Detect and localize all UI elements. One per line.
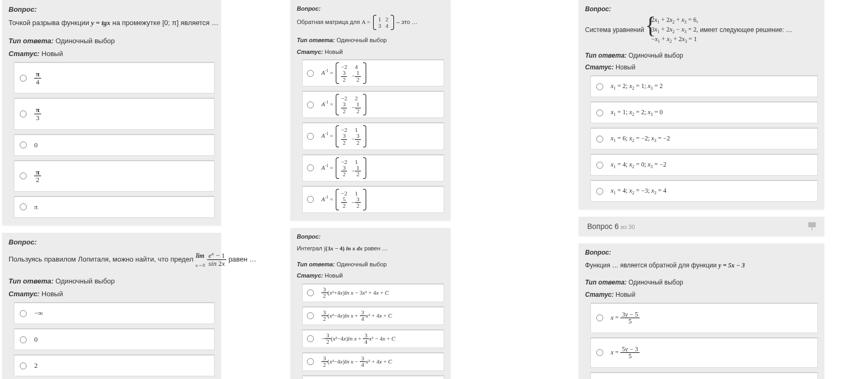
option[interactable]: 0 (14, 328, 215, 350)
option-radio[interactable] (596, 162, 603, 169)
option-body: −∞ (34, 309, 43, 318)
option-radio[interactable] (596, 349, 603, 356)
option-radio[interactable] (307, 133, 314, 140)
question-card: Вопрос: Точкой разрыва функции y = tgx н… (2, 0, 221, 225)
option[interactable]: A-1 = −2132−32 (302, 122, 444, 149)
option[interactable]: A-1 = −2232−12 (302, 91, 444, 118)
option-body: −32(x²−4x)ln x + 34x² − 4x + C (321, 333, 396, 345)
meta-value: Новый (325, 49, 343, 55)
option[interactable]: x1 = 6; x2 = −2; x3 = −2 (590, 128, 818, 149)
meta-answer-type: Тип ответа: Одиночный выбор (585, 278, 818, 287)
option[interactable]: x = 5y − 35 (590, 337, 818, 368)
option[interactable]: 0 (14, 134, 215, 156)
option[interactable]: −32(x²−4x)ln x + 34x² − 4x + C (302, 329, 444, 348)
option-radio[interactable] (596, 314, 603, 321)
option[interactable]: 32(x²−4x)ln x + 34x² + 4x + C (302, 306, 444, 325)
option-body: 32(x²−4x)ln x + 34x² + 4x + C (321, 310, 392, 322)
meta-label: Тип ответа: (9, 37, 53, 45)
question-card: Вопрос: Интеграл ∫(3x − 4) ln x dx равен… (290, 228, 451, 379)
meta-status: Статус: Новый (9, 289, 215, 299)
meta-label: Тип ответа: (9, 277, 53, 285)
option-radio[interactable] (307, 289, 314, 296)
option-body: A-1 = −2132−32 (321, 125, 367, 147)
option-radio[interactable] (20, 141, 27, 148)
question-text: Точкой разрыва функции y = tgx на промеж… (9, 17, 215, 30)
option-radio[interactable] (20, 310, 27, 317)
option-radio[interactable] (307, 358, 314, 365)
option-radio[interactable] (596, 188, 603, 195)
flag-icon[interactable] (808, 222, 816, 231)
option-body: 0 (34, 335, 38, 344)
meta-answer-type: Тип ответа: Одиночный выбор (9, 36, 215, 46)
meta-value: Новый (616, 64, 635, 71)
option[interactable]: 32(x²+4x)ln x − 3x² + 4x + C (302, 283, 444, 302)
option-radio[interactable] (307, 164, 314, 171)
option[interactable]: π2 (14, 160, 215, 192)
meta-status: Статус: Новый (585, 63, 818, 72)
matrix: −2432−12 (336, 62, 366, 84)
option-body: π4 (34, 70, 41, 85)
formula-frac: ex − 1 sin 2x (207, 251, 227, 267)
option-radio[interactable] (20, 75, 27, 82)
option-body: A-1 = −2432−12 (321, 62, 367, 84)
formula: ∫(3x − 4) ln x dx (324, 245, 363, 251)
option-radio[interactable] (307, 70, 314, 77)
option[interactable]: A-1 = −2152−32 (302, 186, 444, 213)
option[interactable]: x = 3y + 55 (590, 372, 818, 379)
option-radio[interactable] (20, 203, 27, 210)
option-radio[interactable] (307, 101, 314, 108)
option-body: 0 (34, 141, 38, 149)
option-radio[interactable] (596, 136, 603, 143)
question-pre: Пользуясь правилом Лопиталя, можно найти… (9, 255, 195, 263)
option[interactable]: A-1 = −2432−12 (302, 59, 444, 86)
question-label: Вопрос: (9, 5, 215, 13)
option-radio[interactable] (20, 110, 27, 117)
meta-status: Статус: Новый (9, 49, 215, 59)
option[interactable]: x1 = 1; x2 = 2; x3 = 0 (590, 101, 818, 123)
option[interactable]: x = 3y − 55 (590, 303, 818, 333)
formula: y = 5x − 3 (719, 262, 745, 269)
question-text: Система уравнений 2x1 + 2x2 + x3 = 6, 3x… (585, 16, 818, 45)
option-radio[interactable] (307, 312, 314, 319)
option[interactable]: −∞ (14, 302, 215, 324)
option-body: x = 5y − 35 (611, 346, 640, 360)
option[interactable]: π3 (14, 98, 215, 129)
question-label: Вопрос: (9, 238, 215, 246)
option-radio[interactable] (20, 362, 27, 369)
option[interactable]: π (14, 196, 215, 218)
meta-value: Одиночный выбор (628, 279, 683, 286)
meta-value: Одиночный выбор (628, 52, 683, 59)
question-text: Пользуясь правилом Лопиталя, можно найти… (9, 249, 215, 270)
option-radio[interactable] (20, 336, 27, 343)
option[interactable]: 32(x²−4x)ln x − 34x² + 4x + C (302, 352, 444, 371)
matrix: −2132−12 (336, 157, 366, 179)
option[interactable]: x1 = 4; x2 = 0; x3 = −2 (590, 154, 818, 176)
option[interactable]: x1 = 4; x2 = −3; x3 = 4 (590, 180, 818, 202)
option-radio[interactable] (596, 83, 603, 90)
option[interactable]: A-1 = −2132−12 (302, 154, 444, 181)
option-body: π (34, 203, 38, 211)
option-radio[interactable] (596, 109, 603, 116)
option-radio[interactable] (307, 335, 314, 342)
matrix: −2152−32 (336, 189, 366, 210)
option-radio[interactable] (307, 196, 314, 203)
question-pre: Функция … является обратной для функции (585, 262, 719, 269)
system-brace: 2x1 + 2x2 + x3 = 6, 3x1 + 2x2 − x3 = 2, … (646, 16, 698, 45)
question-card: Вопрос: Пользуясь правилом Лопиталя, мож… (2, 233, 221, 379)
option-body: π2 (34, 169, 41, 184)
question-post: на промежутке [0; π] является … (112, 19, 218, 27)
meta-label: Тип ответа: (297, 37, 335, 43)
question-text: Функция … является обратной для функции … (585, 259, 818, 272)
question-card: Вопрос: Система уравнений 2x1 + 2x2 + x3… (579, 0, 824, 209)
meta-label: Тип ответа: (585, 52, 627, 59)
option[interactable]: 32(x²−4x)ln x − 34x² − 4x + C (302, 375, 444, 379)
option-radio[interactable] (20, 172, 27, 179)
question-card: Вопрос: Обратная матрица для A = 12 34 –… (290, 0, 451, 220)
option[interactable]: π4 (14, 62, 215, 93)
meta-label: Статус: (585, 64, 614, 71)
question-post: имеет следующее решение: … (700, 26, 792, 34)
formula: y = tgx (91, 19, 111, 27)
option[interactable]: 2 (14, 354, 215, 376)
option[interactable]: x1 = 2; x2 = 1; x3 = 2 (590, 75, 818, 97)
option-body: x1 = 4; x2 = 0; x3 = −2 (611, 161, 666, 169)
